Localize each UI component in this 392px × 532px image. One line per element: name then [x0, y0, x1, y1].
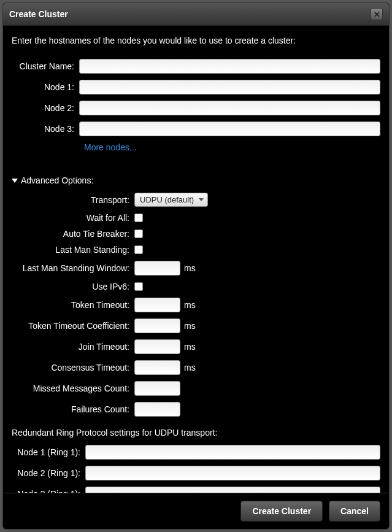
cluster-name-row: Cluster Name: — [12, 59, 380, 74]
dialog-footer: Create Cluster Cancel — [3, 493, 389, 529]
transport-selected: UDPU (default) — [140, 195, 194, 204]
failures-count-input[interactable] — [134, 402, 180, 417]
auto-tie-breaker-checkbox[interactable] — [134, 229, 143, 238]
join-timeout-label: Join Timeout: — [12, 342, 134, 352]
transport-select[interactable]: UDPU (default) — [134, 193, 208, 207]
rrp-node-2-input[interactable] — [85, 466, 380, 480]
node-label: Node 2: — [12, 103, 79, 113]
unit-label: ms — [184, 342, 196, 352]
node-label: Node 3: — [12, 124, 79, 134]
join-timeout-row: Join Timeout: ms — [12, 339, 380, 354]
chevron-down-icon — [12, 179, 18, 183]
create-cluster-button[interactable]: Create Cluster — [240, 501, 323, 522]
token-timeout-coefficient-input[interactable] — [134, 318, 180, 333]
node-row: Node 1: — [12, 80, 380, 94]
rrp-node-3-input[interactable] — [85, 487, 380, 493]
failures-count-label: Failures Count: — [12, 404, 134, 414]
intro-text: Enter the hostnames of the nodes you wou… — [12, 36, 380, 45]
close-button[interactable]: ✕ — [371, 8, 383, 20]
rrp-row: Node 3 (Ring 1): — [12, 487, 380, 493]
cancel-button[interactable]: Cancel — [329, 501, 380, 522]
node-3-input[interactable] — [79, 121, 380, 136]
use-ipv6-checkbox[interactable] — [134, 282, 143, 291]
dialog-body: Enter the hostnames of the nodes you wou… — [3, 26, 389, 493]
more-nodes-link[interactable]: More nodes... — [84, 142, 137, 152]
auto-tie-breaker-row: Auto Tie Breaker: — [12, 229, 380, 239]
rrp-section: Redundant Ring Protocol settings for UDP… — [12, 428, 380, 493]
use-ipv6-label: Use IPv6: — [12, 282, 134, 291]
node-row: Node 2: — [12, 101, 380, 115]
last-man-standing-window-input[interactable] — [134, 261, 180, 276]
consensus-timeout-label: Consensus Timeout: — [12, 363, 134, 372]
missed-messages-count-input[interactable] — [134, 381, 180, 396]
rrp-row: Node 2 (Ring 1): — [12, 466, 380, 480]
last-man-standing-label: Last Man Standing: — [12, 245, 134, 255]
last-man-standing-row: Last Man Standing: — [12, 245, 380, 255]
use-ipv6-row: Use IPv6: — [12, 282, 380, 291]
advanced-options-toggle[interactable]: Advanced Options: — [12, 175, 380, 185]
create-cluster-dialog: Create Cluster ✕ Enter the hostnames of … — [2, 2, 390, 530]
node-2-input[interactable] — [79, 101, 380, 115]
node-1-input[interactable] — [79, 80, 380, 94]
last-man-standing-window-label: Last Man Standing Window: — [12, 263, 134, 273]
close-icon: ✕ — [374, 10, 380, 19]
wait-for-all-label: Wait for All: — [12, 213, 134, 223]
token-timeout-coefficient-row: Token Timeout Coefficient: ms — [12, 318, 380, 333]
node-label: Node 1: — [12, 82, 79, 92]
missed-messages-count-row: Missed Messages Count: — [12, 381, 380, 396]
failures-count-row: Failures Count: — [12, 402, 380, 417]
join-timeout-input[interactable] — [134, 339, 180, 354]
token-timeout-label: Token Timeout: — [12, 300, 134, 310]
rrp-header: Redundant Ring Protocol settings for UDP… — [12, 428, 380, 438]
last-man-standing-checkbox[interactable] — [134, 245, 143, 254]
unit-label: ms — [184, 363, 196, 372]
unit-label: ms — [184, 300, 196, 310]
node-row: Node 3: — [12, 121, 380, 136]
cluster-name-label: Cluster Name: — [12, 61, 79, 71]
wait-for-all-checkbox[interactable] — [134, 214, 143, 222]
unit-label: ms — [184, 321, 196, 331]
token-timeout-coefficient-label: Token Timeout Coefficient: — [12, 321, 134, 331]
auto-tie-breaker-label: Auto Tie Breaker: — [12, 229, 134, 239]
transport-label: Transport: — [12, 195, 134, 205]
rrp-node-1-input[interactable] — [85, 445, 380, 460]
wait-for-all-row: Wait for All: — [12, 213, 380, 223]
last-man-standing-window-row: Last Man Standing Window: ms — [12, 261, 380, 276]
unit-label: ms — [184, 263, 196, 273]
consensus-timeout-row: Consensus Timeout: ms — [12, 360, 380, 375]
chevron-down-icon — [199, 198, 204, 201]
rrp-label: Node 2 (Ring 1): — [12, 468, 85, 478]
consensus-timeout-input[interactable] — [134, 360, 180, 375]
rrp-row: Node 1 (Ring 1): — [12, 445, 380, 460]
token-timeout-row: Token Timeout: ms — [12, 298, 380, 312]
titlebar: Create Cluster ✕ — [3, 3, 389, 26]
cluster-name-input[interactable] — [79, 59, 380, 74]
transport-row: Transport: UDPU (default) — [12, 193, 380, 207]
advanced-options-label: Advanced Options: — [21, 175, 93, 185]
token-timeout-input[interactable] — [134, 298, 180, 312]
missed-messages-count-label: Missed Messages Count: — [12, 384, 134, 393]
dialog-title: Create Cluster — [9, 9, 68, 19]
rrp-label: Node 1 (Ring 1): — [12, 447, 85, 457]
